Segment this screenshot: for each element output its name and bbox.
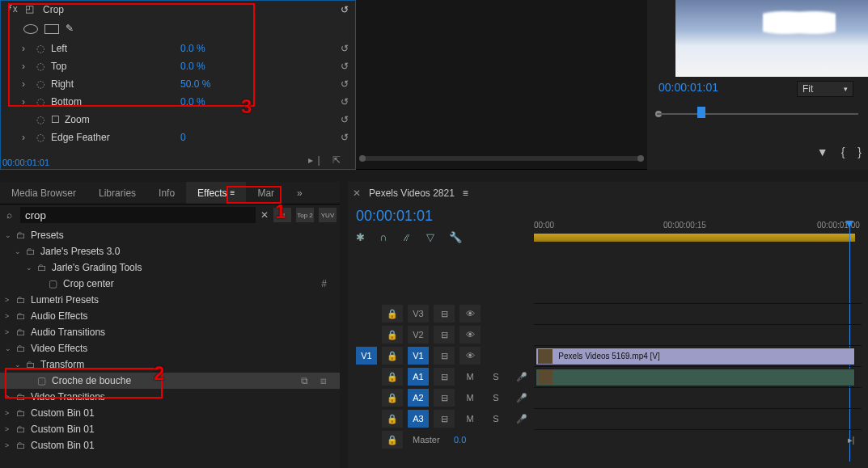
settings-wrench-icon[interactable]: 🔧	[449, 231, 462, 243]
lock-icon[interactable]: 🔒	[382, 305, 403, 323]
tab-effects[interactable]: Effects ≡	[186, 182, 246, 204]
param-left[interactable]: › ◌ Left 0.0 % ↺	[1, 40, 355, 57]
param-bottom[interactable]: ›◌ Bottom 0.0 % ↺	[1, 93, 355, 111]
linked-selection-icon[interactable]: ⫽	[401, 231, 412, 243]
yuv-filter-icon[interactable]: YUV	[319, 208, 337, 222]
in-bracket-icon[interactable]: {	[841, 145, 845, 158]
tree-folder[interactable]: ⌄🗀Jarle's Grading Tools	[0, 259, 340, 276]
tree-item[interactable]: ▢Croche de bouche⧉ ⧇	[0, 373, 340, 389]
tree-label: Lumetri Presets	[31, 294, 340, 306]
voiceover-mic-icon[interactable]: 🎤	[511, 368, 532, 386]
program-display[interactable]	[675, 0, 868, 77]
lock-icon[interactable]: 🔒	[382, 347, 403, 365]
tree-folder[interactable]: >🗀Custom Bin 01	[0, 437, 340, 453]
target-v1[interactable]: V1	[408, 347, 429, 365]
reset-param-icon[interactable]: ↺	[341, 61, 349, 72]
disclosure-icon[interactable]: ⌄	[26, 264, 37, 272]
folder-icon: 🗀	[16, 424, 31, 435]
checkbox-icon[interactable]: ☐	[51, 114, 60, 125]
tree-label: Presets	[31, 230, 340, 241]
disclosure-icon[interactable]: >	[5, 393, 16, 401]
tree-item[interactable]: ▢Crop center#	[0, 276, 340, 292]
param-right[interactable]: ›◌ Right 50.0 % ↺	[1, 75, 355, 93]
effect-timecode[interactable]: 00:00:01:01	[2, 158, 49, 167]
disclosure-icon[interactable]: ⌄	[15, 360, 26, 369]
nest-icon[interactable]: ✱	[356, 231, 365, 243]
tab-info[interactable]: Info	[147, 182, 186, 204]
tree-folder[interactable]: >🗀Audio Effects	[0, 308, 340, 324]
source-scrubber[interactable]	[361, 156, 642, 161]
stopwatch-icon[interactable]: ◌	[36, 132, 51, 143]
lock-icon[interactable]: 🔒	[382, 326, 403, 344]
tree-folder[interactable]: >🗀Video Transitions	[0, 389, 340, 405]
audio-clip[interactable]	[536, 369, 855, 386]
track-lanes[interactable]: Pexels Videos 5169.mp4 [V]	[534, 303, 862, 450]
disclosure-icon[interactable]: ⌄	[5, 231, 16, 239]
tab-media-browser[interactable]: Media Browser	[0, 182, 87, 204]
disclosure-icon[interactable]: >	[5, 328, 16, 336]
stopwatch-icon[interactable]: ◌	[36, 43, 51, 54]
disclosure-icon[interactable]: >	[5, 409, 16, 417]
disclosure-icon[interactable]: >	[5, 425, 16, 433]
close-sequence-icon[interactable]: ✕	[353, 188, 361, 199]
marker-icon[interactable]: ▼	[817, 145, 828, 158]
eye-icon[interactable]: 👁	[459, 305, 481, 323]
top2-filter-icon[interactable]: Top 2	[296, 208, 314, 222]
tree-folder[interactable]: >🗀Audio Transitions	[0, 324, 340, 340]
program-timecode[interactable]: 00:00:01:01	[658, 81, 718, 94]
tree-folder[interactable]: >🗀Lumetri Presets	[0, 292, 340, 308]
disclosure-icon[interactable]: >	[5, 296, 16, 304]
param-edge-feather[interactable]: ›◌ Edge Feather 0 ↺	[1, 129, 355, 146]
disclosure-icon[interactable]: >	[5, 312, 16, 320]
playhead-icon[interactable]	[697, 107, 705, 118]
mute-button[interactable]: M	[459, 368, 481, 386]
sync-lock-icon[interactable]: ⊟	[434, 305, 455, 323]
reset-param-icon[interactable]: ↺	[341, 132, 349, 143]
solo-button[interactable]: S	[485, 368, 506, 386]
tree-folder[interactable]: ⌄🗀Jarle's Presets 3.0	[0, 243, 340, 259]
effect-header[interactable]: ƒx ◰ Crop ↺	[1, 1, 355, 19]
disclosure-icon[interactable]: >	[5, 441, 16, 449]
tab-markers[interactable]: Mar	[246, 182, 286, 204]
mask-rect-icon[interactable]	[44, 24, 59, 34]
tree-folder[interactable]: ⌄🗀Transform	[0, 356, 340, 373]
panel-menu-icon[interactable]: ≡	[231, 188, 235, 197]
tree-folder[interactable]: ⌄🗀Presets	[0, 227, 340, 243]
tree-folder[interactable]: >🗀Custom Bin 01	[0, 405, 340, 421]
sequence-tab[interactable]: Pexels Videos 2821	[369, 188, 455, 199]
reset-param-icon[interactable]: ↺	[341, 43, 349, 54]
tab-libraries[interactable]: Libraries	[87, 182, 147, 204]
stopwatch-icon[interactable]: ◌	[36, 78, 51, 90]
tree-folder[interactable]: ⌄🗀Video Effects	[0, 340, 340, 356]
stopwatch-icon[interactable]: ◌	[36, 114, 51, 125]
stopwatch-icon[interactable]: ◌	[36, 96, 51, 108]
stopwatch-icon[interactable]: ◌	[36, 61, 51, 72]
source-patch-v1[interactable]: V1	[356, 347, 377, 365]
zoom-fit-dropdown[interactable]: Fit ▾	[797, 81, 853, 97]
video-clip[interactable]: Pexels Videos 5169.mp4 [V]	[536, 348, 855, 365]
marker-add-icon[interactable]: ▽	[426, 231, 434, 243]
reset-effect-icon[interactable]: ↺	[341, 4, 349, 15]
tree-folder[interactable]: >🗀Custom Bin 01	[0, 421, 340, 437]
reset-param-icon[interactable]: ↺	[341, 78, 349, 90]
reset-param-icon[interactable]: ↺	[341, 114, 349, 125]
out-bracket-icon[interactable]: }	[857, 145, 862, 158]
program-scrubber[interactable]	[657, 105, 858, 118]
time-ruler[interactable]: 00:00 00:00:00:15 00:00:01:00	[534, 221, 862, 242]
param-value[interactable]: 0.0 %	[180, 43, 205, 54]
mask-pen-icon[interactable]: ✎	[66, 23, 78, 36]
disclosure-icon[interactable]: ⌄	[5, 344, 16, 352]
panel-menu-icon[interactable]: ≡	[463, 188, 468, 199]
accelerated-filter-icon[interactable]: ⧇	[273, 208, 291, 222]
clip-thumbnail-icon	[538, 349, 553, 364]
effect-footer-icons[interactable]: ▸| ⇱	[308, 154, 345, 166]
clear-search-icon[interactable]: ✕	[260, 209, 269, 221]
effects-search-input[interactable]	[20, 207, 256, 223]
param-top[interactable]: ›◌ Top 0.0 % ↺	[1, 57, 355, 75]
tab-overflow[interactable]: »	[286, 182, 314, 204]
snap-icon[interactable]: ∩	[379, 231, 387, 243]
mask-ellipse-icon[interactable]	[23, 24, 38, 34]
disclosure-icon[interactable]: ⌄	[15, 247, 26, 255]
param-zoom[interactable]: ◌ ☐ Zoom ↺	[1, 111, 355, 129]
reset-param-icon[interactable]: ↺	[341, 96, 349, 108]
